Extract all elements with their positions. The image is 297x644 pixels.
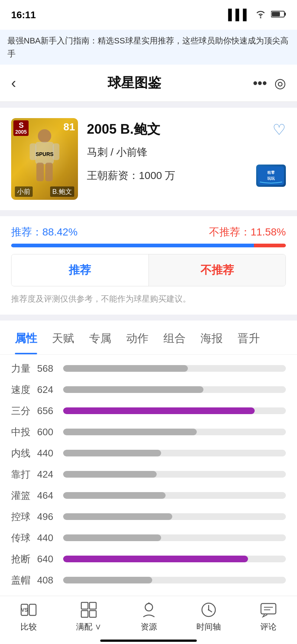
attr-bar-wrap-7 [63,513,286,520]
nav-resources[interactable]: 资源 [140,601,158,632]
attr-row-ball: 控球 496 [11,510,286,523]
attr-row-liang: 力量 568 [11,362,286,375]
attr-bar-wrap-9 [63,556,286,562]
player-team-pos: 马刺 / 小前锋 [87,145,286,159]
attr-row-block: 盖帽 408 [11,574,286,587]
attr-value-0: 568 [37,363,63,374]
svg-rect-8 [36,163,44,181]
resources-icon [140,601,158,619]
recommend-button[interactable]: 推荐 [12,254,148,286]
tab-attributes[interactable]: 属性 [7,321,45,354]
nav-compare-label: 比较 [20,621,37,632]
attr-name-10: 盖帽 [11,574,37,587]
svg-text:租零: 租零 [267,170,275,175]
attr-name-1: 速度 [11,383,37,396]
attr-row-speed: 速度 624 [11,383,286,396]
tab-exclusive[interactable]: 专属 [82,321,119,354]
nav-comments-label: 评论 [260,621,277,632]
comments-icon [259,601,278,619]
wifi-icon [255,9,266,21]
tabs-bar: 属性 天赋 专属 动作 组合 海报 晋升 [0,321,297,355]
attr-value-3: 600 [37,426,63,438]
svg-rect-19 [81,611,88,617]
attr-name-4: 内线 [11,447,37,460]
tab-combo[interactable]: 组合 [156,321,193,354]
nav-comments[interactable]: 评论 [259,601,278,632]
attr-row-mid: 中投 600 [11,426,286,439]
svg-point-0 [260,17,261,18]
attr-bar-wrap-1 [63,386,286,393]
card-pos-label: 小前 [15,186,33,197]
card-score: 81 [63,121,75,133]
salary-label: 王朝薪资： [87,170,139,181]
scan-button[interactable]: ◎ [274,75,286,91]
attr-value-9: 640 [37,553,63,565]
attr-bar-fill-4 [63,450,161,456]
back-button[interactable]: ‹ [11,75,16,91]
not-recommend-button[interactable]: 不推荐 [148,254,286,286]
nav-fullconfig-label: 满配 ∨ [76,621,101,632]
tab-poster[interactable]: 海报 [193,321,230,354]
nav-actions: ••• ◎ [253,75,286,91]
attr-name-7: 控球 [11,510,37,523]
attr-bar-fill-1 [63,386,203,393]
bottom-nav: VS 比较 满配 ∨ 资源 [0,596,297,644]
attr-row-inside: 内线 440 [11,447,286,460]
fullconfig-icon [79,601,98,619]
attr-bar-wrap-5 [63,471,286,478]
attr-bar-fill-2 [63,407,255,414]
nav-timeline-label: 时间轴 [196,621,221,632]
attr-bar-fill-0 [63,365,188,372]
attr-bar-wrap-10 [63,577,286,583]
timeline-icon [199,601,218,619]
tab-talent[interactable]: 天赋 [45,321,82,354]
rating-buttons: 推荐 不推荐 [11,254,286,286]
attr-row-dunk: 灌篮 464 [11,489,286,502]
attr-name-6: 灌篮 [11,489,37,502]
attr-bar-fill-5 [63,471,157,478]
salary-value: 1000 万 [139,170,175,181]
not-recommend-label: 不推荐：11.58% [209,225,286,239]
favorite-button[interactable]: ♡ [272,121,286,138]
nav-resources-label: 资源 [141,621,157,632]
nav-timeline[interactable]: 时间轴 [196,601,221,632]
player-card-image: SPURS S 2005 81 小前 B.鲍文 [11,118,78,200]
attr-row-steal: 抢断 640 [11,553,286,566]
brand-logo-img: 租零 玩玩 [256,165,286,187]
compare-icon: VS [19,601,38,619]
nav-fullconfig[interactable]: 满配 ∨ [76,601,101,632]
battery-icon [271,9,286,21]
rating-section: 推荐：88.42% 不推荐：11.58% 推荐 不推荐 推荐度及评测仅供参考，不… [0,216,297,314]
svg-rect-20 [89,611,96,617]
recommend-label: 推荐：88.42% [11,225,78,239]
player-info: 2005 B.鲍文 ♡ 马刺 / 小前锋 王朝薪资：1000 万 租零 玩玩 [87,118,286,191]
svg-rect-17 [81,602,88,609]
more-button[interactable]: ••• [253,75,267,91]
card-name-label: B.鲍文 [50,186,74,197]
attr-bar-wrap-0 [63,365,286,372]
attr-value-8: 440 [37,532,63,544]
player-card-section: SPURS S 2005 81 小前 B.鲍文 2005 B.鲍文 [0,108,297,210]
tab-action[interactable]: 动作 [119,321,156,354]
attr-name-3: 中投 [11,426,37,439]
svg-rect-2 [284,13,286,16]
tab-upgrade[interactable]: 晋升 [230,321,267,354]
svg-rect-7 [53,143,59,160]
banner-text: 最强NBA新手入门指南：精选SS球星实用推荐，这些球员助你快速成为顶尖高手 [7,36,288,58]
rating-disclaimer: 推荐度及评测仅供参考，不能作为球星购买建议。 [11,292,286,305]
attr-value-6: 464 [37,490,63,501]
attr-name-9: 抢断 [11,553,37,566]
attr-name-0: 力量 [11,362,37,375]
home-indicator [100,640,197,642]
attr-name-8: 传球 [11,531,37,544]
attr-bar-wrap-3 [63,429,286,435]
svg-rect-3 [272,12,280,16]
rating-progress-bar [11,244,286,247]
nav-compare[interactable]: VS 比较 [19,601,38,632]
attr-row-post: 靠打 424 [11,468,286,481]
svg-text:SPURS: SPURS [36,151,53,157]
svg-text:VS: VS [21,607,28,613]
rating-progress-fill [11,244,286,247]
status-bar: 16:11 ▌▌▌ [0,0,297,30]
svg-text:玩玩: 玩玩 [267,176,275,180]
